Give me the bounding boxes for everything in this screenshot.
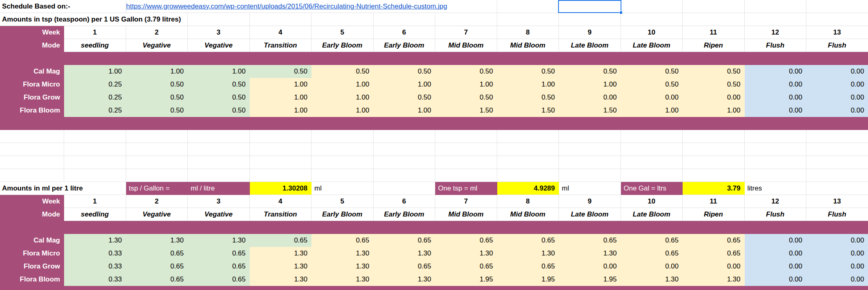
value-cell[interactable]: 0.00 — [745, 260, 807, 273]
schedule-based-on-cell[interactable]: Schedule Based on:- — [0, 0, 75, 13]
empty-cell[interactable] — [126, 143, 188, 156]
empty-cell[interactable] — [435, 143, 497, 156]
value-cell[interactable]: 0.50 — [312, 65, 374, 78]
mode-cell[interactable]: Mid Bloom — [497, 39, 559, 52]
empty-cell[interactable] — [312, 169, 374, 182]
nutrient-label[interactable]: Cal Mag — [0, 65, 64, 78]
value-cell[interactable]: 1.00 — [188, 65, 250, 78]
empty-cell[interactable] — [559, 13, 621, 26]
value-cell[interactable]: 0.00 — [745, 247, 807, 260]
value-cell[interactable]: 0.65 — [126, 247, 188, 260]
separator-row[interactable] — [0, 286, 868, 290]
empty-cell[interactable] — [188, 156, 250, 169]
week-row-label[interactable]: Week — [0, 26, 64, 39]
week-cell[interactable]: 13 — [806, 195, 868, 208]
value-cell[interactable]: 0.65 — [683, 247, 745, 260]
value-cell[interactable]: 1.00 — [312, 91, 374, 104]
value-cell[interactable]: 1.95 — [559, 273, 621, 286]
empty-cell[interactable] — [559, 130, 621, 143]
value-cell[interactable]: 0.00 — [806, 234, 868, 247]
empty-cell[interactable] — [806, 0, 868, 13]
value-cell[interactable]: 0.00 — [806, 65, 868, 78]
value-cell[interactable]: 0.50 — [188, 78, 250, 91]
empty-cell[interactable] — [312, 143, 374, 156]
week-cell[interactable]: 8 — [497, 26, 559, 39]
value-cell[interactable]: 0.50 — [374, 65, 436, 78]
value-cell[interactable]: 0.50 — [497, 91, 559, 104]
value-cell[interactable]: 1.30 — [374, 273, 436, 286]
empty-cell[interactable] — [64, 156, 126, 169]
value-cell[interactable]: 0.00 — [806, 104, 868, 117]
empty-cell[interactable] — [745, 0, 807, 13]
value-cell[interactable]: 0.00 — [745, 65, 807, 78]
one-tsp-value-cell[interactable]: 4.9289 — [497, 182, 559, 195]
value-cell[interactable]: 1.95 — [435, 273, 497, 286]
empty-cell[interactable] — [621, 0, 683, 13]
value-cell[interactable]: 0.65 — [435, 260, 497, 273]
empty-cell[interactable] — [250, 169, 312, 182]
week-cell[interactable]: 8 — [497, 195, 559, 208]
mode-cell[interactable]: Early Bloom — [312, 39, 374, 52]
nutrient-label[interactable]: Flora Bloom — [0, 104, 64, 117]
mode-cell[interactable]: Ripen — [683, 39, 745, 52]
one-gal-value-cell[interactable]: 3.79 — [683, 182, 745, 195]
value-cell[interactable]: 0.50 — [683, 65, 745, 78]
empty-cell[interactable] — [621, 143, 683, 156]
mode-cell[interactable]: Early Bloom — [374, 39, 436, 52]
mode-cell[interactable]: Ripen — [683, 208, 745, 221]
value-cell[interactable]: 1.30 — [621, 273, 683, 286]
mode-cell[interactable]: Flush — [806, 39, 868, 52]
mode-row-label[interactable]: Mode — [0, 208, 64, 221]
empty-cell[interactable] — [683, 0, 745, 13]
mode-cell[interactable]: Flush — [745, 39, 807, 52]
value-cell[interactable]: 1.00 — [559, 78, 621, 91]
empty-cell[interactable] — [188, 13, 250, 26]
empty-cell[interactable] — [374, 130, 436, 143]
week-cell[interactable]: 4 — [250, 26, 312, 39]
week-cell[interactable]: 1 — [64, 26, 126, 39]
value-cell[interactable]: 1.50 — [435, 104, 497, 117]
nutrient-label[interactable]: Flora Bloom — [0, 273, 64, 286]
value-cell[interactable]: 0.65 — [126, 273, 188, 286]
mode-cell[interactable]: Mid Bloom — [435, 208, 497, 221]
empty-cell[interactable] — [497, 156, 559, 169]
value-cell[interactable]: 0.65 — [621, 247, 683, 260]
value-cell[interactable]: 0.00 — [745, 78, 807, 91]
week-cell[interactable]: 7 — [435, 195, 497, 208]
mode-cell[interactable]: Early Bloom — [374, 208, 436, 221]
empty-cell[interactable] — [188, 169, 250, 182]
empty-cell[interactable] — [374, 156, 436, 169]
empty-cell[interactable] — [497, 0, 559, 13]
value-cell[interactable]: 0.33 — [64, 273, 126, 286]
value-cell[interactable]: 0.50 — [188, 91, 250, 104]
empty-cell[interactable] — [374, 13, 436, 26]
ml-per-litre-label-cell[interactable]: ml / litre — [188, 182, 250, 195]
value-cell[interactable]: 1.30 — [312, 247, 374, 260]
value-cell[interactable]: 1.00 — [250, 91, 312, 104]
empty-cell[interactable] — [621, 130, 683, 143]
empty-cell[interactable] — [188, 143, 250, 156]
empty-cell[interactable] — [435, 13, 497, 26]
value-cell[interactable]: 1.00 — [683, 104, 745, 117]
mode-cell[interactable]: Flush — [745, 208, 807, 221]
value-cell[interactable]: 1.30 — [64, 234, 126, 247]
week-cell[interactable]: 4 — [250, 195, 312, 208]
value-cell[interactable]: 0.50 — [435, 91, 497, 104]
empty-cell[interactable] — [188, 130, 250, 143]
empty-cell[interactable] — [745, 156, 807, 169]
ml-per-litre-value-cell[interactable]: 1.30208 — [250, 182, 312, 195]
empty-cell[interactable] — [559, 169, 621, 182]
empty-cell[interactable] — [745, 143, 807, 156]
empty-cell[interactable] — [683, 143, 745, 156]
value-cell[interactable]: 0.65 — [497, 260, 559, 273]
mode-cell[interactable]: Vegative — [188, 39, 250, 52]
empty-cell[interactable] — [806, 156, 868, 169]
empty-cell[interactable] — [497, 169, 559, 182]
mode-cell[interactable]: Vegative — [126, 39, 188, 52]
value-cell[interactable]: 0.00 — [745, 234, 807, 247]
value-cell[interactable]: 0.00 — [621, 91, 683, 104]
mode-cell[interactable]: Late Bloom — [621, 208, 683, 221]
value-cell[interactable]: 0.50 — [621, 78, 683, 91]
value-cell[interactable]: 0.00 — [806, 91, 868, 104]
value-cell[interactable]: 1.50 — [559, 104, 621, 117]
